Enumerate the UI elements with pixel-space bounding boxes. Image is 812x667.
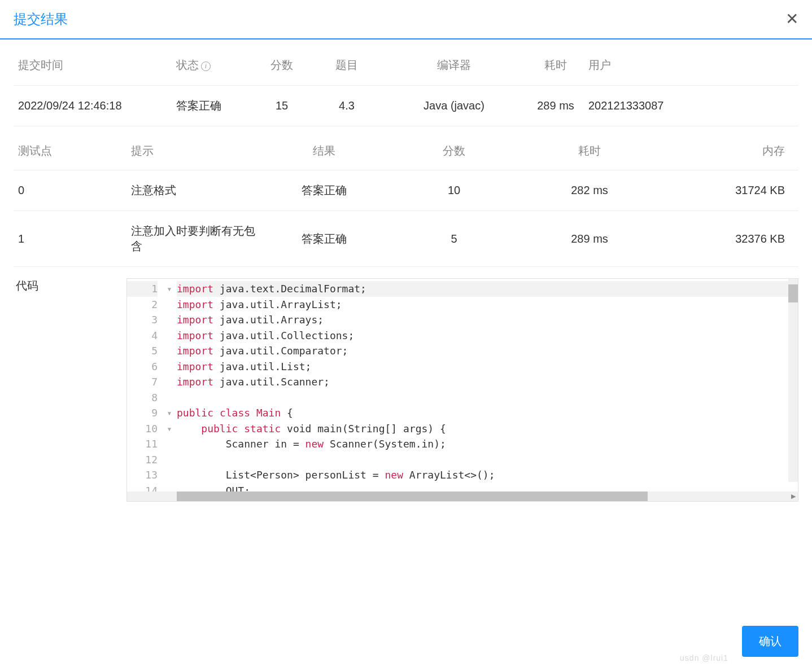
fold-gutter[interactable]: ▼▼▼: [167, 279, 177, 492]
code-line[interactable]: import java.util.Scanner;: [177, 374, 798, 390]
cell-time: 2022/09/24 12:46:18: [14, 86, 172, 126]
cell-elapsed: 289 ms: [527, 86, 584, 126]
cell-problem-link[interactable]: 4.3: [313, 86, 381, 126]
col-tscore: 分数: [386, 132, 522, 170]
code-line[interactable]: import java.text.DecimalFormat;: [177, 281, 798, 297]
col-hint: 提示: [126, 132, 262, 170]
code-line[interactable]: import java.util.Comparator;: [177, 343, 798, 359]
cell-case: 1: [14, 211, 126, 267]
cell-memory: 32376 KB: [657, 211, 798, 267]
code-line[interactable]: [177, 390, 798, 406]
cell-status: 答案正确: [172, 86, 251, 126]
cell-user: 202121333087: [584, 86, 798, 126]
cell-score: 15: [251, 86, 313, 126]
vertical-scrollbar[interactable]: [788, 279, 798, 482]
col-memory: 内存: [657, 132, 798, 170]
cell-result: 答案正确: [262, 170, 386, 211]
summary-header-row: 提交时间 状态i 分数 题目 编译器 耗时 用户: [14, 40, 798, 86]
code-section: 代码 1234567891011121314 ▼▼▼ import java.t…: [14, 267, 798, 502]
code-line[interactable]: List<Person> personList = new ArrayList<…: [177, 467, 798, 483]
cell-compiler: Java (javac): [381, 86, 527, 126]
table-row: 0注意格式答案正确10282 ms31724 KB: [14, 170, 798, 211]
summary-row: 2022/09/24 12:46:18 答案正确 15 4.3 Java (ja…: [14, 86, 798, 126]
cell-case: 0: [14, 170, 126, 211]
cell-tscore: 5: [386, 211, 522, 267]
code-editor[interactable]: 1234567891011121314 ▼▼▼ import java.text…: [126, 278, 798, 502]
watermark: usdn @lrui1: [680, 653, 728, 662]
col-problem: 题目: [313, 40, 381, 86]
code-line[interactable]: OUT:: [177, 483, 798, 492]
fold-icon[interactable]: ▼: [167, 286, 172, 292]
code-line[interactable]: import java.util.List;: [177, 359, 798, 375]
line-number-gutter: 1234567891011121314: [127, 279, 167, 492]
info-icon[interactable]: i: [201, 62, 211, 71]
scrollbar-thumb[interactable]: [177, 492, 648, 501]
close-icon: ✕: [785, 10, 798, 28]
col-elapsed: 耗时: [527, 40, 584, 86]
cell-result: 答案正确: [262, 211, 386, 267]
code-lines[interactable]: import java.text.DecimalFormat;import ja…: [177, 279, 798, 492]
col-user: 用户: [584, 40, 798, 86]
code-line[interactable]: Scanner in = new Scanner(System.in);: [177, 436, 798, 452]
col-telapsed: 耗时: [522, 132, 657, 170]
code-line[interactable]: import java.util.ArrayList;: [177, 297, 798, 313]
scroll-right-icon[interactable]: ▶: [788, 492, 798, 501]
table-row: 1注意加入时要判断有无包含答案正确5289 ms32376 KB: [14, 211, 798, 267]
code-line[interactable]: [177, 452, 798, 468]
summary-table: 提交时间 状态i 分数 题目 编译器 耗时 用户 2022/09/24 12:4…: [14, 40, 798, 126]
col-time: 提交时间: [14, 40, 172, 86]
cell-telapsed: 282 ms: [522, 170, 657, 211]
dialog-content: 提交时间 状态i 分数 题目 编译器 耗时 用户 2022/09/24 12:4…: [0, 40, 812, 502]
cell-memory: 31724 KB: [657, 170, 798, 211]
col-case: 测试点: [14, 132, 126, 170]
code-line[interactable]: public class Main {: [177, 405, 798, 421]
code-line[interactable]: import java.util.Collections;: [177, 328, 798, 344]
submission-result-dialog: 提交结果 ✕ 提交时间 状态i 分数 题目 编译器 耗时 用户 2022/09/…: [0, 0, 812, 667]
dialog-title: 提交结果: [14, 10, 68, 28]
cell-telapsed: 289 ms: [522, 211, 657, 267]
horizontal-scrollbar[interactable]: ▶: [127, 492, 798, 501]
cell-hint: 注意加入时要判断有无包含: [126, 211, 262, 267]
confirm-button[interactable]: 确认: [742, 626, 798, 657]
code-label: 代码: [14, 278, 126, 502]
fold-icon[interactable]: ▼: [167, 410, 172, 416]
col-status: 状态i: [172, 40, 251, 86]
fold-icon[interactable]: ▼: [167, 426, 172, 432]
code-line[interactable]: public static void main(String[] args) {: [177, 421, 798, 437]
col-score: 分数: [251, 40, 313, 86]
close-button[interactable]: ✕: [785, 11, 798, 27]
testcase-table: 测试点 提示 结果 分数 耗时 内存 0注意格式答案正确10282 ms3172…: [14, 132, 798, 267]
dialog-footer: 确认: [742, 626, 798, 657]
code-line[interactable]: import java.util.Arrays;: [177, 312, 798, 328]
dialog-header: 提交结果 ✕: [0, 0, 812, 40]
col-compiler: 编译器: [381, 40, 527, 86]
testcase-header-row: 测试点 提示 结果 分数 耗时 内存: [14, 132, 798, 170]
scrollbar-thumb[interactable]: [788, 284, 798, 302]
col-result: 结果: [262, 132, 386, 170]
cell-hint: 注意格式: [126, 170, 262, 211]
cell-tscore: 10: [386, 170, 522, 211]
